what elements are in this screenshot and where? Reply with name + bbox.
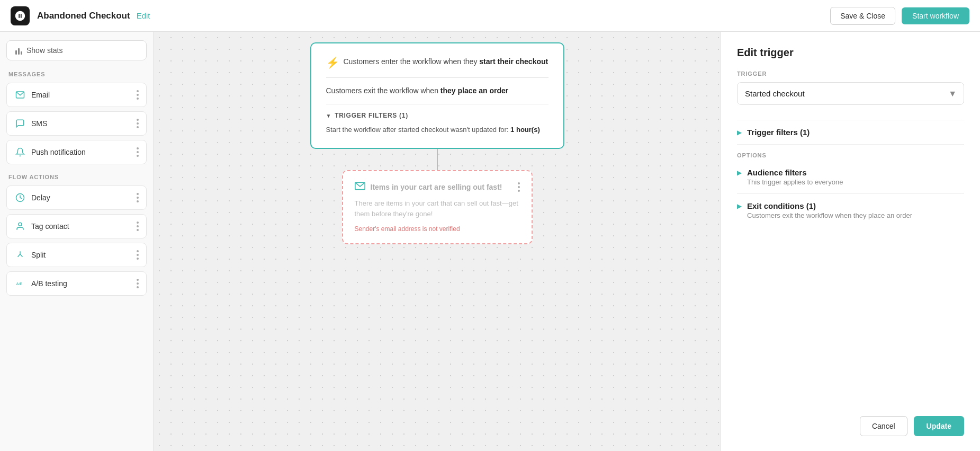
svg-line-5 bbox=[20, 254, 23, 257]
svg-line-4 bbox=[18, 254, 21, 257]
panel-divider-3 bbox=[737, 193, 964, 194]
split-drag-handle[interactable] bbox=[137, 250, 139, 260]
sidebar-item-email[interactable]: Email bbox=[6, 83, 147, 107]
messages-section: MESSAGES Email SMS Push notificat bbox=[6, 71, 147, 164]
sidebar-item-split[interactable]: Split bbox=[6, 243, 147, 267]
panel-divider-1 bbox=[737, 120, 964, 120]
trigger-filters-content: Trigger filters (1) bbox=[747, 128, 810, 137]
sms-drag-handle[interactable] bbox=[137, 119, 139, 128]
flow-actions-section: FLOW ACTIONS Delay Tag contact Sp bbox=[6, 174, 147, 296]
lightning-icon: ⚡ bbox=[326, 56, 339, 69]
stats-icon bbox=[15, 46, 22, 55]
panel-footer: Cancel Update bbox=[737, 405, 964, 436]
workflow-canvas: ⚡ Customers enter the workflow when they… bbox=[154, 32, 721, 451]
audience-arrow-icon: ▶ bbox=[737, 169, 742, 176]
trigger-filters-label: TRIGGER FILTERS (1) bbox=[335, 112, 408, 119]
email-card[interactable]: Items in your cart are selling out fast!… bbox=[342, 170, 533, 245]
audience-filters-subtitle: This trigger applies to everyone bbox=[747, 178, 843, 186]
push-icon bbox=[14, 146, 26, 158]
right-panel: Edit trigger TRIGGER Started checkout Pl… bbox=[721, 32, 980, 451]
app-title: Abandoned Checkout bbox=[37, 11, 130, 21]
trigger-select-wrapper: Started checkout Placed order Abandoned … bbox=[737, 82, 964, 105]
filters-arrow-icon: ▼ bbox=[326, 113, 332, 119]
edit-link[interactable]: Edit bbox=[137, 11, 150, 20]
email-card-drag-handle[interactable] bbox=[518, 182, 520, 192]
header-actions: Save & Close Start workflow bbox=[830, 7, 969, 25]
trigger-card[interactable]: ⚡ Customers enter the workflow when they… bbox=[310, 42, 564, 149]
email-card-header: Items in your cart are selling out fast! bbox=[355, 182, 520, 193]
trigger-filters-title: Trigger filters (1) bbox=[747, 128, 810, 137]
panel-divider-2 bbox=[737, 144, 964, 145]
audience-filters-accordion[interactable]: ▶ Audience filters This trigger applies … bbox=[737, 163, 964, 191]
flow-actions-label: FLOW ACTIONS bbox=[6, 174, 147, 180]
email-icon bbox=[14, 89, 26, 101]
sidebar-item-delay[interactable]: Delay bbox=[6, 185, 147, 210]
show-stats-label: Show stats bbox=[26, 46, 62, 55]
email-drag-handle[interactable] bbox=[137, 90, 139, 100]
sms-item-label: SMS bbox=[31, 119, 137, 128]
exit-conditions-accordion[interactable]: ▶ Exit conditions (1) Customers exit the… bbox=[737, 196, 964, 225]
left-sidebar: Show stats MESSAGES Email SMS bbox=[0, 32, 154, 451]
update-button[interactable]: Update bbox=[914, 416, 964, 436]
ab-testing-label: A/B testing bbox=[31, 279, 137, 288]
trigger-filter-description: Start the workflow after started checkou… bbox=[326, 125, 549, 135]
canvas-inner: ⚡ Customers enter the workflow when they… bbox=[310, 42, 564, 244]
push-drag-handle[interactable] bbox=[137, 147, 139, 157]
app-logo bbox=[11, 6, 30, 25]
tag-contact-drag-handle[interactable] bbox=[137, 222, 139, 231]
trigger-card-header: ⚡ Customers enter the workflow when they… bbox=[326, 56, 549, 69]
split-item-label: Split bbox=[31, 251, 137, 259]
sms-icon bbox=[14, 118, 26, 129]
push-notification-label: Push notification bbox=[31, 148, 137, 156]
trigger-filters-accordion[interactable]: ▶ Trigger filters (1) bbox=[737, 122, 964, 142]
exit-conditions-title: Exit conditions (1) bbox=[747, 201, 912, 210]
trigger-enter-text: Customers enter the workflow when they s… bbox=[344, 56, 549, 67]
trigger-section-label: TRIGGER bbox=[737, 70, 964, 77]
bar-chart-icon bbox=[15, 46, 22, 55]
svg-point-2 bbox=[19, 223, 22, 226]
email-card-preview: There are items in your cart that can se… bbox=[355, 198, 520, 220]
sidebar-item-sms[interactable]: SMS bbox=[6, 111, 147, 136]
exit-conditions-arrow-icon: ▶ bbox=[737, 202, 742, 210]
panel-title: Edit trigger bbox=[737, 47, 964, 59]
email-card-error: Sender's email address is not verified bbox=[355, 225, 520, 233]
trigger-divider-2 bbox=[326, 104, 549, 104]
sidebar-item-push-notification[interactable]: Push notification bbox=[6, 140, 147, 164]
messages-section-label: MESSAGES bbox=[6, 71, 147, 77]
trigger-divider-1 bbox=[326, 77, 549, 78]
exit-conditions-content: Exit conditions (1) Customers exit the w… bbox=[747, 201, 912, 219]
email-card-icon bbox=[355, 182, 365, 193]
trigger-exit-text: Customers exit the workflow when they pl… bbox=[326, 85, 549, 96]
options-section-label: OPTIONS bbox=[737, 152, 964, 158]
save-close-button[interactable]: Save & Close bbox=[830, 7, 895, 25]
trigger-select[interactable]: Started checkout Placed order Abandoned … bbox=[737, 82, 964, 105]
show-stats-button[interactable]: Show stats bbox=[6, 40, 147, 60]
sidebar-item-ab-testing[interactable]: A/B A/B testing bbox=[6, 271, 147, 296]
trigger-filters-toggle[interactable]: ▼ TRIGGER FILTERS (1) bbox=[326, 112, 549, 119]
delay-icon bbox=[14, 192, 26, 204]
sidebar-item-tag-contact[interactable]: Tag contact bbox=[6, 214, 147, 238]
ab-testing-icon: A/B bbox=[14, 278, 26, 289]
connector-line-1 bbox=[437, 149, 438, 170]
split-icon bbox=[14, 249, 26, 261]
delay-drag-handle[interactable] bbox=[137, 193, 139, 202]
cancel-button[interactable]: Cancel bbox=[860, 416, 907, 436]
trigger-filters-arrow-icon: ▶ bbox=[737, 129, 742, 136]
exit-conditions-subtitle: Customers exit the workflow when they pl… bbox=[747, 211, 912, 219]
app-header: Abandoned Checkout Edit Save & Close Sta… bbox=[0, 0, 980, 32]
email-card-title: Items in your cart are selling out fast! bbox=[371, 183, 502, 191]
logo-icon bbox=[14, 10, 26, 22]
main-layout: Show stats MESSAGES Email SMS bbox=[0, 32, 980, 451]
audience-filters-title: Audience filters bbox=[747, 168, 843, 177]
audience-content: Audience filters This trigger applies to… bbox=[747, 168, 843, 186]
start-workflow-button[interactable]: Start workflow bbox=[902, 7, 969, 24]
email-item-label: Email bbox=[31, 91, 137, 99]
svg-text:A/B: A/B bbox=[16, 281, 23, 286]
delay-item-label: Delay bbox=[31, 193, 137, 202]
tag-contact-label: Tag contact bbox=[31, 222, 137, 231]
ab-drag-handle[interactable] bbox=[137, 279, 139, 288]
tag-contact-icon bbox=[14, 220, 26, 232]
